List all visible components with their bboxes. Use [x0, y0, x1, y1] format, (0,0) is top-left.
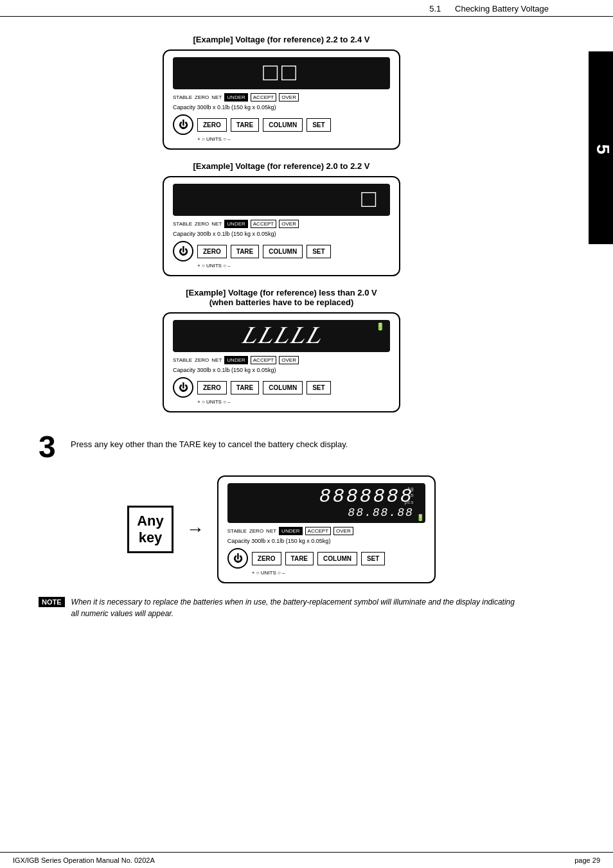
ex1-units-row: + ○ UNITS ○ –	[173, 136, 390, 142]
ex3-capacity: Capacity 300lb x 0.1lb (150 kg x 0.05kg)	[173, 367, 390, 373]
ex3-buttons: ⏻ ZERO TARE COLUMN SET	[173, 377, 390, 398]
step3-tare-button[interactable]: TARE	[285, 552, 314, 565]
ex1-zero-button[interactable]: ZERO	[197, 118, 227, 132]
ex3-plus: +	[197, 399, 200, 405]
ex1-indicators: STABLE ZERO NET UNDER ACCEPT OVER	[173, 93, 390, 102]
side-tab-number: 5	[592, 145, 613, 155]
ex1-buttons: ⏻ ZERO TARE COLUMN SET	[173, 114, 390, 135]
ind3-net: NET	[211, 357, 222, 363]
any-key-box[interactable]: Any key	[127, 506, 173, 554]
ex3-battery-symbol: 🔋	[376, 323, 385, 331]
step3-diagram: 8888888 88.88.88 kglbpcs 🔋 STABLE ZERO N…	[217, 475, 436, 583]
ex1-segments: □□	[263, 60, 300, 87]
step3-display-wrapper: 8888888 88.88.88 kglbpcs 🔋	[227, 483, 425, 523]
note-badge: NOTE	[39, 597, 65, 607]
page-header: 5.1 Checking Battery Voltage	[0, 0, 613, 17]
footer-left: IGX/IGB Series Operation Manual No. 0202…	[13, 856, 155, 864]
step3-set-button[interactable]: SET	[361, 552, 385, 565]
note-text: When it is necessary to replace the batt…	[71, 596, 524, 619]
header-section: 5.1	[429, 4, 441, 13]
step3-zero-button[interactable]: ZERO	[252, 552, 281, 565]
ex3-segments: 𝐿𝐿𝐿𝐿𝐿	[242, 323, 322, 350]
ind2-zero: ZERO	[195, 221, 209, 227]
step3-power-button[interactable]: ⏻	[227, 548, 248, 569]
ind3-accept: ACCEPT	[251, 356, 276, 364]
ex2-units-row: + ○ UNITS ○ –	[173, 263, 390, 269]
ex3-column-button[interactable]: COLUMN	[263, 381, 303, 394]
ex1-column-button[interactable]: COLUMN	[263, 118, 303, 132]
step3-seg-top: 8888888	[319, 487, 414, 506]
ex1-display: □□	[173, 57, 390, 89]
ind3-over: OVER	[279, 356, 299, 364]
ex3-units-label: UNITS	[206, 399, 222, 405]
step3-arrow: →	[186, 519, 204, 540]
ex3-tare-button[interactable]: TARE	[231, 381, 259, 394]
footer-right: page 29	[574, 856, 600, 864]
step3-number: 3	[39, 432, 64, 463]
step3-diagram-row: Any key → 8888888 88.88.88 kglbpcs 🔋 STA…	[127, 475, 436, 583]
ex2-display-wrapper: □	[173, 184, 390, 216]
ex2-plus: +	[197, 263, 200, 269]
ex2-zero-button[interactable]: ZERO	[197, 245, 227, 258]
ind4-net: NET	[266, 528, 276, 534]
ind-under: UNDER	[224, 93, 247, 102]
page-footer: IGX/IGB Series Operation Manual No. 0202…	[0, 852, 613, 868]
ind4-over: OVER	[333, 527, 353, 535]
step3-units-row: + ○ UNITS ○ –	[227, 570, 425, 576]
ind2-net: NET	[211, 221, 222, 227]
ind4-zero: ZERO	[249, 528, 263, 534]
side-tab: 5 BATTERY CHECK (For IGB Series Only)	[589, 51, 613, 244]
ex1-power-button[interactable]: ⏻	[173, 114, 193, 135]
ind3-stable: STABLE	[173, 357, 192, 363]
ind-stable: STABLE	[173, 94, 192, 100]
example3-title: [Example] Voltage (for reference) less t…	[39, 288, 524, 307]
ex2-segments: □	[361, 186, 380, 214]
ex2-column-button[interactable]: COLUMN	[263, 245, 303, 258]
ind-accept: ACCEPT	[251, 93, 276, 102]
example2-diagram: □ STABLE ZERO NET UNDER ACCEPT OVER Capa…	[163, 176, 400, 276]
ex2-display: □	[173, 184, 390, 216]
ex1-set-button[interactable]: SET	[306, 118, 330, 132]
ex1-tare-button[interactable]: TARE	[231, 118, 259, 132]
ind2-over: OVER	[279, 220, 299, 228]
ex3-units-row: + ○ UNITS ○ –	[173, 399, 390, 405]
any-key-line2: key	[137, 529, 164, 546]
ind3-under: UNDER	[224, 356, 247, 364]
ex1-units-label: UNITS	[206, 136, 222, 142]
ind2-stable: STABLE	[173, 221, 192, 227]
ex2-tare-button[interactable]: TARE	[231, 245, 259, 258]
ind-over: OVER	[279, 93, 299, 102]
example1-title: [Example] Voltage (for reference) 2.2 to…	[39, 35, 524, 44]
step3-text: Press any key other than the TARE key to…	[71, 432, 524, 449]
step3-column-button[interactable]: COLUMN	[317, 552, 357, 565]
ex1-capacity: Capacity 300lb x 0.1lb (150 kg x 0.05kg)	[173, 104, 390, 111]
step3-content: Press any key other than the TARE key to…	[71, 432, 524, 449]
ind4-accept: ACCEPT	[305, 527, 331, 535]
ind-net: NET	[211, 94, 222, 100]
ex3-set-button[interactable]: SET	[306, 381, 330, 394]
ex3-zero-button[interactable]: ZERO	[197, 381, 227, 394]
ex3-power-button[interactable]: ⏻	[173, 377, 193, 398]
ex3-display-wrapper: 𝐿𝐿𝐿𝐿𝐿 🔋	[173, 320, 390, 352]
example1-diagram: □□ STABLE ZERO NET UNDER ACCEPT OVER Cap…	[163, 49, 400, 150]
step3-display-inner: 8888888 88.88.88	[227, 487, 425, 519]
step3-units-label: UNITS	[261, 570, 276, 576]
step3-buttons: ⏻ ZERO TARE COLUMN SET	[227, 548, 425, 569]
ex2-indicators: STABLE ZERO NET UNDER ACCEPT OVER	[173, 220, 390, 228]
ex1-display-wrapper: □□	[173, 57, 390, 89]
step3-indicators: STABLE ZERO NET UNDER ACCEPT OVER	[227, 527, 425, 535]
ex3-display: 𝐿𝐿𝐿𝐿𝐿 🔋	[173, 320, 390, 352]
ind4-stable: STABLE	[227, 528, 247, 534]
ind2-accept: ACCEPT	[251, 220, 276, 228]
ind2-under: UNDER	[224, 220, 247, 228]
ex2-capacity: Capacity 300lb x 0.1lb (150 kg x 0.05kg)	[173, 231, 390, 237]
ind4-under: UNDER	[279, 527, 302, 535]
ex1-plus: +	[197, 136, 200, 142]
step3-section: 3 Press any key other than the TARE key …	[39, 432, 524, 463]
ex2-set-button[interactable]: SET	[306, 245, 330, 258]
ind3-zero: ZERO	[195, 357, 209, 363]
ex2-power-button[interactable]: ⏻	[173, 241, 193, 261]
example3-diagram: 𝐿𝐿𝐿𝐿𝐿 🔋 STABLE ZERO NET UNDER ACCEPT OVE…	[163, 312, 400, 412]
ind-zero: ZERO	[195, 94, 209, 100]
header-title: Checking Battery Voltage	[455, 4, 549, 13]
